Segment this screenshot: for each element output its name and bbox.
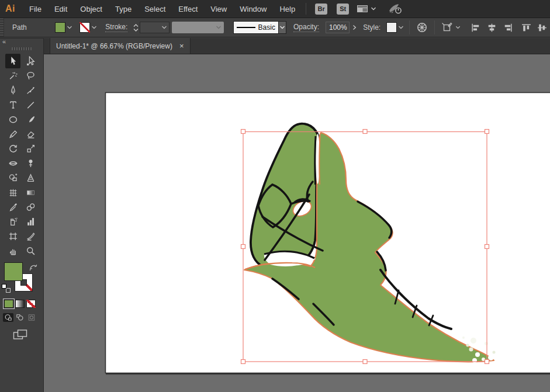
tool-symbol-sprayer[interactable] bbox=[5, 214, 20, 229]
brush-definition-combo[interactable]: Basic bbox=[233, 21, 279, 34]
align-center-button[interactable] bbox=[484, 22, 500, 34]
tool-hand[interactable] bbox=[5, 244, 20, 258]
menu-edit[interactable]: Edit bbox=[48, 5, 74, 13]
menu-type[interactable]: Type bbox=[109, 5, 138, 13]
tool-rotate[interactable] bbox=[5, 141, 20, 156]
gradient-button[interactable] bbox=[15, 300, 25, 308]
tool-curvature[interactable] bbox=[23, 83, 38, 98]
chevron-down-icon[interactable] bbox=[216, 25, 222, 30]
stepper-up-icon[interactable] bbox=[133, 24, 139, 27]
menu-help[interactable]: Help bbox=[273, 5, 302, 13]
tool-pencil[interactable] bbox=[5, 127, 20, 141]
tool-mesh[interactable] bbox=[5, 185, 20, 200]
color-button[interactable] bbox=[4, 300, 13, 308]
change-screen-mode-button[interactable] bbox=[13, 329, 28, 341]
tool-eyedropper[interactable] bbox=[5, 200, 20, 214]
default-fill-stroke[interactable] bbox=[2, 284, 11, 293]
swap-fill-stroke[interactable] bbox=[29, 263, 38, 271]
tool-type[interactable] bbox=[5, 98, 20, 112]
document-tab[interactable]: Untitled-1* @ 66.67% (RGB/Preview) × bbox=[50, 38, 191, 54]
tools-panel-grip[interactable] bbox=[12, 47, 32, 50]
align-vcenter-icon bbox=[537, 23, 548, 33]
handle-middle-left[interactable] bbox=[241, 245, 245, 249]
tool-zoom[interactable] bbox=[23, 244, 38, 258]
control-bar-grip[interactable] bbox=[0, 18, 4, 37]
tool-gradient[interactable] bbox=[23, 185, 38, 200]
tool-paintbrush[interactable] bbox=[23, 112, 38, 127]
fill-proxy-swatch[interactable] bbox=[4, 262, 23, 281]
tool-ellipse[interactable] bbox=[5, 112, 20, 127]
isolate-object-button[interactable] bbox=[439, 20, 463, 34]
draw-inside-button[interactable] bbox=[26, 313, 37, 322]
style-swatch[interactable] bbox=[386, 22, 397, 33]
menu-select[interactable]: Select bbox=[138, 5, 172, 13]
tool-magic-wand[interactable] bbox=[5, 68, 20, 83]
fill-color-control[interactable] bbox=[55, 22, 72, 33]
menu-window[interactable]: Window bbox=[233, 5, 273, 13]
stroke-color-swatch[interactable] bbox=[79, 22, 90, 33]
chevron-down-icon[interactable] bbox=[161, 25, 167, 30]
handle-middle-right[interactable] bbox=[485, 245, 489, 249]
handle-top-center[interactable] bbox=[363, 130, 367, 134]
variable-width-profile-combo[interactable] bbox=[172, 22, 224, 33]
menu-view[interactable]: View bbox=[204, 5, 233, 13]
menu-file[interactable]: File bbox=[23, 5, 48, 13]
handle-top-right[interactable] bbox=[485, 130, 489, 134]
opacity-label[interactable]: Opacity: bbox=[293, 23, 319, 32]
tool-scale[interactable] bbox=[23, 141, 38, 156]
chevron-down-icon[interactable] bbox=[398, 25, 404, 30]
tool-puppet-warp[interactable] bbox=[23, 156, 38, 171]
tool-artboard[interactable] bbox=[5, 229, 20, 244]
stepper-down-icon[interactable] bbox=[133, 28, 139, 32]
menu-object[interactable]: Object bbox=[74, 5, 109, 13]
stroke-color-control[interactable] bbox=[79, 22, 97, 33]
align-left-button[interactable] bbox=[468, 22, 484, 34]
fill-stroke-cluster bbox=[0, 262, 43, 295]
stock-button[interactable]: St bbox=[337, 4, 349, 15]
opacity-field[interactable]: 100% bbox=[326, 22, 350, 33]
none-button[interactable] bbox=[26, 300, 36, 308]
handle-bottom-right[interactable] bbox=[485, 360, 489, 364]
gpu-performance[interactable] bbox=[388, 3, 403, 15]
tool-slice[interactable] bbox=[23, 229, 38, 244]
stroke-weight-combo[interactable] bbox=[140, 22, 170, 33]
canvas-area[interactable] bbox=[44, 54, 550, 392]
handle-bottom-left[interactable] bbox=[241, 360, 245, 364]
align-vcenter-button[interactable] bbox=[534, 22, 550, 34]
tool-line-segment[interactable] bbox=[23, 98, 38, 112]
align-top-button[interactable] bbox=[518, 22, 534, 34]
handle-bottom-center[interactable] bbox=[363, 360, 367, 364]
tool-selection[interactable] bbox=[5, 54, 20, 68]
tool-eraser[interactable] bbox=[23, 127, 38, 141]
handle-top-left[interactable] bbox=[241, 130, 245, 134]
tool-pen[interactable] bbox=[5, 83, 20, 98]
tools-panel-collapse[interactable]: « bbox=[0, 39, 43, 46]
tool-direct-selection[interactable] bbox=[23, 54, 38, 68]
document-canvas[interactable] bbox=[44, 54, 550, 392]
tool-lasso[interactable] bbox=[23, 68, 38, 83]
draw-behind-button[interactable] bbox=[15, 313, 25, 322]
recolor-artwork-button[interactable] bbox=[414, 20, 430, 34]
stroke-weight-label[interactable]: Stroke: bbox=[105, 23, 127, 32]
default-fill-square bbox=[2, 284, 6, 289]
tab-close-button[interactable]: × bbox=[179, 41, 184, 50]
style-control[interactable] bbox=[386, 22, 404, 33]
tool-width[interactable] bbox=[5, 156, 20, 171]
chevron-down-icon[interactable] bbox=[279, 25, 285, 30]
stroke-weight-stepper[interactable] bbox=[133, 24, 139, 32]
tool-column-graph[interactable] bbox=[23, 214, 38, 229]
draw-normal-button[interactable] bbox=[3, 313, 13, 322]
align-right-button[interactable] bbox=[500, 22, 516, 34]
app-logo: Ai bbox=[5, 4, 15, 14]
menu-effect[interactable]: Effect bbox=[172, 5, 204, 13]
chevron-down-icon[interactable] bbox=[67, 25, 72, 30]
tool-blend[interactable] bbox=[23, 200, 38, 214]
fill-color-swatch[interactable] bbox=[55, 22, 65, 33]
bridge-button[interactable]: Br bbox=[315, 4, 327, 15]
tool-shape-builder[interactable] bbox=[5, 171, 20, 185]
opacity-options-chevron-icon[interactable] bbox=[351, 24, 357, 31]
chevron-down-icon[interactable] bbox=[91, 25, 97, 30]
tool-perspective-grid[interactable] bbox=[23, 171, 38, 185]
brush-definition-open[interactable] bbox=[279, 21, 286, 34]
workspace-switcher[interactable] bbox=[357, 4, 376, 13]
